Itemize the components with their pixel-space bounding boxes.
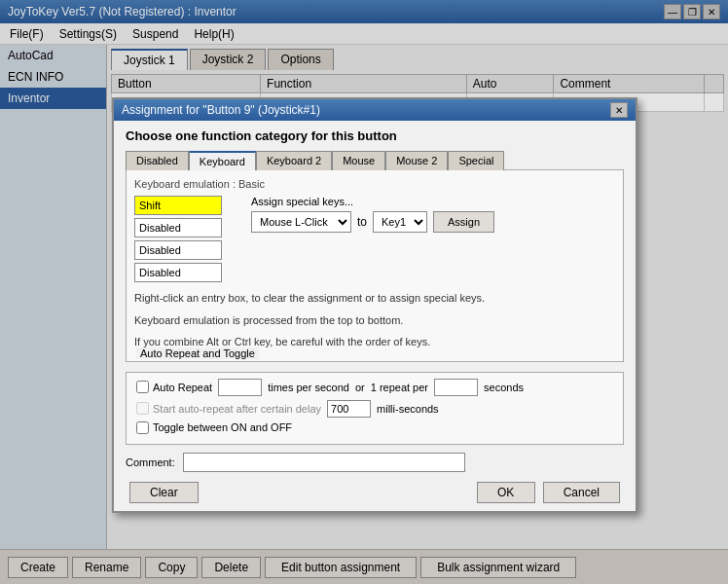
cancel-button[interactable]: Cancel <box>543 482 620 503</box>
seconds-label: seconds <box>484 382 524 393</box>
tab-mouse[interactable]: Mouse <box>332 151 385 170</box>
times-per-second-label: times per second <box>268 382 349 393</box>
seconds-input[interactable] <box>434 379 478 396</box>
section-label: Keyboard emulation : Basic <box>134 178 615 190</box>
function-tabs: Disabled Keyboard Keyboard 2 Mouse Mouse… <box>126 151 624 170</box>
or-label: or <box>355 382 365 393</box>
dialog-footer: Clear OK Cancel <box>126 482 624 503</box>
toggle-row: Toggle between ON and OFF <box>136 421 613 434</box>
dialog-header: Choose one function category for this bu… <box>126 128 624 143</box>
tab-keyboard2[interactable]: Keyboard 2 <box>256 151 332 170</box>
assign-label: Assign special keys... <box>251 196 494 207</box>
info-text-2: Keyboard emulation is processed from the… <box>134 312 615 329</box>
clear-button[interactable]: Clear <box>129 482 199 503</box>
key-entry-1[interactable] <box>134 196 222 215</box>
auto-section: Auto Repeat and Toggle Auto Repeat times… <box>126 372 624 445</box>
ok-button[interactable]: OK <box>477 482 535 503</box>
repeat-per-label: 1 repeat per <box>371 382 428 393</box>
key-list <box>134 196 222 282</box>
tab-disabled[interactable]: Disabled <box>126 151 189 170</box>
times-per-second-input[interactable] <box>218 379 262 396</box>
keyboard-section: Keyboard emulation : Basic Assign specia… <box>126 169 624 362</box>
toggle-label: Toggle between ON and OFF <box>153 421 292 433</box>
comment-input[interactable] <box>183 453 465 472</box>
dialog-title-bar: Assignment for "Button 9" (Joystick#1) ✕ <box>114 99 636 121</box>
key-entry-4[interactable] <box>134 263 222 282</box>
key-entry-2[interactable] <box>134 218 222 237</box>
toggle-checkbox-label: Toggle between ON and OFF <box>136 421 292 434</box>
assign-from-select[interactable]: Mouse L-Click Mouse R-Click Mouse M-Clic… <box>251 211 351 233</box>
assign-to-select[interactable]: Key1 Key2 Key3 Key4 <box>373 211 427 233</box>
auto-repeat-checkbox-label: Auto Repeat <box>136 381 212 393</box>
dialog-body: Choose one function category for this bu… <box>114 121 636 511</box>
auto-repeat-row: Auto Repeat times per second or 1 repeat… <box>136 379 613 396</box>
auto-repeat-label: Auto Repeat <box>153 382 212 393</box>
comment-label: Comment: <box>126 456 175 468</box>
dialog-title: Assignment for "Button 9" (Joystick#1) <box>122 103 320 117</box>
start-delay-label: Start auto-repeat after certain delay <box>136 402 321 415</box>
start-delay-checkbox <box>136 402 149 415</box>
comment-row: Comment: <box>126 453 624 472</box>
auto-repeat-checkbox[interactable] <box>136 381 149 393</box>
milli-label: milli-seconds <box>377 403 439 415</box>
assign-area: Assign special keys... Mouse L-Click Mou… <box>251 196 494 233</box>
assign-to-label: to <box>357 215 367 229</box>
delay-value-input[interactable] <box>327 400 371 418</box>
tab-special[interactable]: Special <box>448 151 504 170</box>
info-text-1: Right-click an entry box, to clear the a… <box>134 290 615 307</box>
assignment-dialog: Assignment for "Button 9" (Joystick#1) ✕… <box>112 97 637 513</box>
start-delay-row: Start auto-repeat after certain delay mi… <box>136 400 613 418</box>
auto-section-title: Auto Repeat and Toggle <box>136 347 259 359</box>
assign-button[interactable]: Assign <box>433 211 494 233</box>
start-delay-text: Start auto-repeat after certain delay <box>153 403 321 415</box>
toggle-checkbox[interactable] <box>136 421 149 434</box>
assign-row: Mouse L-Click Mouse R-Click Mouse M-Clic… <box>251 211 494 233</box>
key-area-container: Assign special keys... Mouse L-Click Mou… <box>134 196 615 282</box>
key-entry-3[interactable] <box>134 240 222 260</box>
footer-right: OK Cancel <box>477 482 620 503</box>
dialog-close-button[interactable]: ✕ <box>610 102 628 118</box>
tab-keyboard[interactable]: Keyboard <box>189 151 256 170</box>
tab-mouse2[interactable]: Mouse 2 <box>385 151 448 170</box>
